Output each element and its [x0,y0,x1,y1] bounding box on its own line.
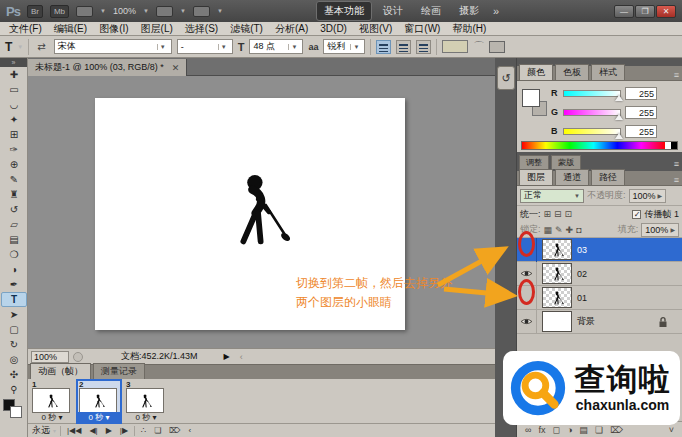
tab-masks[interactable]: 蒙版 [551,155,581,169]
layer-row-01[interactable]: 01 [517,286,682,310]
previous-frame-button[interactable]: ◀| [87,426,99,435]
workspace-photography-button[interactable]: 摄影 [452,2,486,20]
arrange-documents-icon[interactable] [156,6,173,17]
unify-visibility-icon[interactable]: ⊟ [554,209,562,219]
pen-tool[interactable]: ✒ [1,277,27,292]
arrange-documents-caret[interactable]: ▼ [180,8,186,14]
background-color-swatch[interactable] [10,406,22,418]
menu-window[interactable]: 窗口(W) [398,22,446,36]
zoom-level-control[interactable]: 100% [113,6,136,16]
delete-frame-button[interactable]: ⌦ [167,426,182,435]
quick-selection-tool[interactable]: ✦ [1,112,27,127]
minimize-button[interactable]: — [614,5,634,18]
color-panel-menu-icon[interactable]: ≡ [674,70,679,80]
document-tab[interactable]: 未标题-1 @ 100% (03, RGB/8) * ✕ [28,59,187,76]
color-spectrum-ramp[interactable] [521,141,678,150]
adjustment-layer-icon[interactable]: ◑ [567,425,572,435]
menu-file[interactable]: 文件(F) [3,22,48,36]
play-button[interactable]: ▶ [104,426,114,435]
restore-button[interactable]: ❐ [635,5,655,18]
frame-1-thumbnail[interactable] [32,388,70,413]
layer-02-thumbnail[interactable] [542,263,572,284]
status-zoom-input[interactable]: 100% [31,351,69,363]
tab-layers[interactable]: 图层 [519,169,553,185]
status-scroll-icon[interactable]: ‹ [240,352,243,362]
workspace-painting-button[interactable]: 绘画 [414,2,448,20]
zoom-level-caret[interactable]: ▼ [143,8,149,14]
tab-adjustments[interactable]: 调整 [519,155,549,169]
tab-color[interactable]: 颜色 [519,64,553,80]
unify-position-icon[interactable]: ⊞ [544,209,552,219]
green-channel-input[interactable]: 255 [625,106,657,119]
align-right-button[interactable] [416,40,431,54]
warp-text-icon[interactable]: ⌒ [473,39,484,54]
green-channel-slider[interactable] [563,109,621,116]
toggle-panels-icon[interactable] [489,41,505,53]
tab-measurement-log[interactable]: 测量记录 [93,363,145,379]
crop-tool[interactable]: ⊞ [1,127,27,142]
eyedropper-tool[interactable]: ✑ [1,142,27,157]
loop-count-caret[interactable]: ▾ [53,427,56,434]
frame-3-thumbnail[interactable] [126,388,164,413]
gradient-tool[interactable]: ▤ [1,232,27,247]
document-tab-close-icon[interactable]: ✕ [172,63,180,73]
new-layer-icon[interactable]: ❏ [595,425,603,435]
tab-channels[interactable]: 通道 [555,169,589,185]
eraser-tool[interactable]: ▱ [1,217,27,232]
loop-count-select[interactable]: 永远▾ [32,424,56,437]
foreground-swatch[interactable] [522,89,540,107]
link-layers-icon[interactable]: ∞ [525,425,531,435]
view-extras-caret[interactable]: ▼ [100,8,106,14]
zoom-tool[interactable]: ⚲ [1,382,27,397]
add-mask-icon[interactable]: ◻ [552,425,559,435]
menu-select[interactable]: 选择(S) [179,22,224,36]
font-style-caret[interactable]: ▼ [218,44,229,50]
lasso-tool[interactable]: ◡ [1,97,27,112]
blur-tool[interactable]: ❍ [1,247,27,262]
3d-rotate-tool[interactable]: ↻ [1,337,27,352]
frame-1-delay[interactable]: 0 秒 ▾ [30,412,74,423]
type-tool[interactable]: T [1,292,27,307]
hand-tool[interactable]: ✣ [1,367,27,382]
frame-2[interactable]: 2 0 秒 ▾ [77,380,121,423]
menu-layer[interactable]: 图层(L) [135,22,179,36]
align-left-button[interactable] [376,40,391,54]
blend-mode-select[interactable]: 正常▼ [520,189,584,203]
frame-2-thumbnail[interactable] [79,388,117,413]
tool-preset-caret[interactable]: ▼ [17,44,23,50]
menu-analysis[interactable]: 分析(A) [269,22,314,36]
tab-paths[interactable]: 路径 [591,169,625,185]
panel-scroll-icon[interactable]: ˅ [669,425,674,435]
close-button[interactable]: ✕ [656,5,676,18]
propagate-frame-checkbox[interactable]: ✓ [632,210,641,219]
delete-layer-icon[interactable]: ⌦ [610,425,623,435]
screen-mode-icon[interactable] [193,6,210,17]
menu-edit[interactable]: 编辑(E) [48,22,93,36]
blue-channel-slider[interactable] [563,128,621,135]
blue-slider-handle[interactable] [615,133,623,139]
font-style-select[interactable]: -▼ [177,39,233,54]
layer-01-thumbnail[interactable] [542,287,572,308]
layer-02-name[interactable]: 02 [577,269,587,279]
layer-row-background[interactable]: 背景 [517,310,682,334]
layer-03-thumbnail[interactable] [542,239,572,260]
tab-styles[interactable]: 样式 [591,64,625,80]
frame-3[interactable]: 3 0 秒 ▾ [124,380,168,423]
dodge-tool[interactable]: ◑ [1,262,27,277]
workspace-essentials-button[interactable]: 基本功能 [316,1,372,21]
background-layer-name[interactable]: 背景 [577,315,595,328]
layer-row-03[interactable]: 03 [517,238,682,262]
brush-tool[interactable]: ✎ [1,172,27,187]
frame-2-delay[interactable]: 0 秒 ▾ [77,412,121,423]
fill-input[interactable]: 100%▶ [641,223,679,237]
foreground-background-swatches[interactable] [3,399,24,421]
align-center-button[interactable] [396,40,411,54]
layer-row-02[interactable]: 02 [517,262,682,286]
animation-scroll-icon[interactable]: ‹ [187,426,194,435]
clone-stamp-tool[interactable]: ♜ [1,187,27,202]
bridge-icon[interactable]: Br [27,5,43,18]
view-extras-icon[interactable] [76,6,93,17]
move-tool[interactable]: ✚ [1,67,27,82]
new-group-icon[interactable]: ▤ [579,425,588,435]
workspace-more-button[interactable]: » [490,5,502,17]
